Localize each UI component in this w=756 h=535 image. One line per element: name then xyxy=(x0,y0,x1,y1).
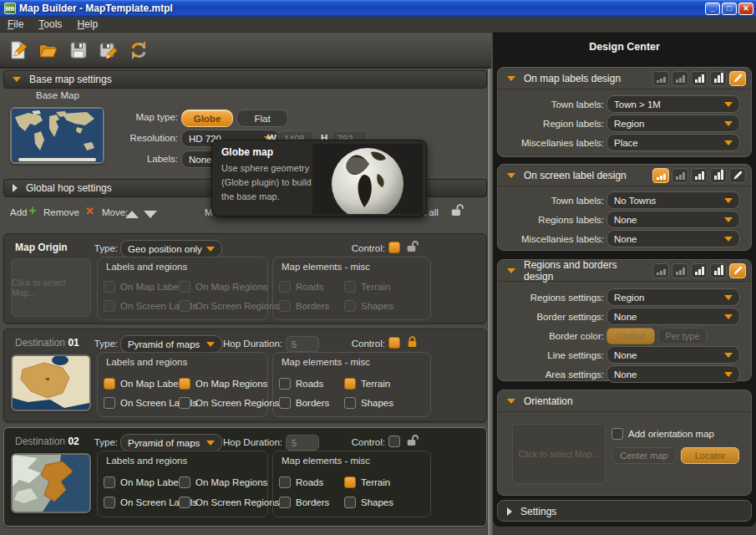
labels-regions-group: Labels and regions On Map Labels On Map … xyxy=(97,257,268,320)
on-screen-regions-checkbox[interactable]: On Screen Regions xyxy=(179,497,279,508)
line-settings-dropdown[interactable]: None xyxy=(606,346,740,364)
label-size-1-icon[interactable] xyxy=(652,71,669,86)
on-map-labels-checkbox[interactable]: On Map Labels xyxy=(104,476,185,488)
on-map-labels-checkbox[interactable]: On Map Labels xyxy=(104,378,185,390)
section-header[interactable]: On screen label design xyxy=(498,165,751,186)
section-settings[interactable]: Settings xyxy=(497,500,752,522)
label-size-2-icon[interactable] xyxy=(672,263,688,278)
menu-help[interactable]: Help xyxy=(69,18,105,31)
label-size-3-icon[interactable] xyxy=(691,263,708,278)
label-size-4-icon[interactable] xyxy=(710,263,727,278)
control-label: Control: xyxy=(335,243,385,253)
lock-icon[interactable] xyxy=(405,240,420,254)
menu-tools[interactable]: Tools xyxy=(31,18,69,31)
label-size-4-icon[interactable] xyxy=(710,168,727,183)
label-size-3-icon[interactable] xyxy=(691,71,708,86)
destination-01-thumbnail[interactable] xyxy=(11,354,91,411)
map-type-globe-button[interactable]: Globe xyxy=(181,110,233,127)
section-header[interactable]: Regions and borders design xyxy=(498,260,751,282)
label-size-3-icon[interactable] xyxy=(691,168,708,183)
section-base-map-settings[interactable]: Base map settings xyxy=(3,70,487,89)
borders-checkbox: Borders xyxy=(279,300,329,312)
collapse-arrow-icon xyxy=(507,268,515,273)
border-color-unified-button: Unified xyxy=(606,328,655,344)
miscellanies-labels-dropdown[interactable]: Place xyxy=(606,134,740,151)
borders-checkbox[interactable]: Borders xyxy=(279,497,329,508)
menu-bar: File Tools Help xyxy=(0,17,756,33)
new-file-icon[interactable] xyxy=(7,38,29,61)
lock-icon[interactable] xyxy=(405,434,420,448)
edit-pencil-icon[interactable] xyxy=(729,263,746,278)
terrain-checkbox[interactable]: Terrain xyxy=(344,378,390,390)
add-orientation-map-checkbox[interactable]: Add orientation map xyxy=(611,428,714,440)
minimize-button[interactable]: _ xyxy=(705,3,720,15)
maximize-button[interactable]: □ xyxy=(722,3,737,15)
terrain-checkbox: Terrain xyxy=(344,281,390,293)
section-header[interactable]: On map labels design xyxy=(498,68,751,89)
chevron-down-icon xyxy=(724,314,733,319)
town-labels-dropdown[interactable]: Town > 1M xyxy=(606,95,740,113)
menu-file[interactable]: File xyxy=(0,18,31,31)
regions-labels-dropdown[interactable]: None xyxy=(606,211,740,228)
shapes-checkbox[interactable]: Shapes xyxy=(344,397,393,409)
save-file-as-icon[interactable] xyxy=(97,38,119,61)
refresh-icon[interactable] xyxy=(127,38,150,61)
lock-icon[interactable] xyxy=(405,335,420,349)
remove-label[interactable]: Remove xyxy=(43,207,79,217)
panel-splitter[interactable] xyxy=(487,69,493,535)
label-size-2-icon[interactable] xyxy=(672,71,688,86)
origin-type-dropdown[interactable]: Geo position only xyxy=(120,240,222,257)
map-origin-card[interactable]: Map Origin Type: Geo position only Contr… xyxy=(3,233,487,324)
control-checkbox[interactable] xyxy=(388,337,400,349)
control-checkbox[interactable] xyxy=(388,242,400,253)
roads-checkbox[interactable]: Roads xyxy=(279,378,323,390)
regions-settings-dropdown[interactable]: Region xyxy=(606,288,740,306)
shapes-checkbox[interactable]: Shapes xyxy=(344,497,393,508)
design-center-panel: Design Center On map labels design Town … xyxy=(493,33,756,535)
remove-x-icon[interactable]: ✕ xyxy=(85,205,94,217)
chevron-down-icon xyxy=(206,247,215,252)
on-map-regions-checkbox[interactable]: On Map Regions xyxy=(179,378,267,390)
close-button[interactable]: ✕ xyxy=(738,3,753,15)
add-plus-icon[interactable]: + xyxy=(28,202,37,219)
destination-02-thumbnail[interactable] xyxy=(11,453,91,513)
section-header[interactable]: Orientation xyxy=(498,390,751,412)
region-labels-dropdown[interactable]: Region xyxy=(606,115,740,132)
save-file-icon[interactable] xyxy=(67,38,89,61)
move-down-icon[interactable] xyxy=(144,211,157,218)
map-type-flat-button[interactable]: Flat xyxy=(236,110,288,127)
label-size-1-icon[interactable] xyxy=(652,263,669,278)
on-map-regions-checkbox[interactable]: On Map Regions xyxy=(179,476,267,488)
section-header[interactable]: Settings xyxy=(498,501,751,522)
design-center-container: Design Center On map labels design Town … xyxy=(493,33,756,527)
border-settings-dropdown[interactable]: None xyxy=(606,308,740,325)
dest02-type-dropdown[interactable]: Pyramid of maps xyxy=(120,434,222,451)
destination-01-card[interactable]: Destination 01 Type: Pyramid of maps Hop… xyxy=(3,329,487,422)
link-all-lock-icon[interactable] xyxy=(449,203,464,217)
borders-checkbox[interactable]: Borders xyxy=(279,397,329,409)
town-labels-label: Town labels: xyxy=(498,99,604,110)
destination-02-card[interactable]: Destination 02 Type: Pyramid of maps Hop… xyxy=(3,427,487,527)
label-size-4-icon[interactable] xyxy=(710,71,727,86)
on-screen-regions-checkbox[interactable]: On Screen Regions xyxy=(179,397,279,409)
roads-checkbox: Roads xyxy=(279,281,323,293)
move-up-icon[interactable] xyxy=(125,211,139,218)
town-labels-dropdown[interactable]: No Towns xyxy=(606,191,740,209)
control-checkbox[interactable] xyxy=(388,436,400,447)
terrain-checkbox[interactable]: Terrain xyxy=(344,476,390,488)
edit-pencil-icon[interactable] xyxy=(729,168,746,183)
hop-duration-field: 5 xyxy=(286,435,319,451)
label-size-2-icon[interactable] xyxy=(672,168,688,183)
miscellanies-labels-dropdown[interactable]: None xyxy=(606,230,740,247)
chevron-down-icon xyxy=(724,237,733,242)
area-settings-dropdown[interactable]: None xyxy=(606,365,740,383)
dest01-type-dropdown[interactable]: Pyramid of maps xyxy=(120,335,222,353)
chevron-down-icon xyxy=(724,353,733,358)
label-size-1-icon[interactable] xyxy=(652,168,669,183)
open-file-icon[interactable] xyxy=(37,38,59,61)
base-map-thumbnail[interactable] xyxy=(10,107,104,164)
edit-pencil-icon[interactable] xyxy=(729,71,746,86)
roads-checkbox[interactable]: Roads xyxy=(279,476,323,488)
add-label[interactable]: Add xyxy=(10,207,27,217)
globe-map-tooltip: Globe map Use sphere geometry (Globe plu… xyxy=(211,140,427,217)
